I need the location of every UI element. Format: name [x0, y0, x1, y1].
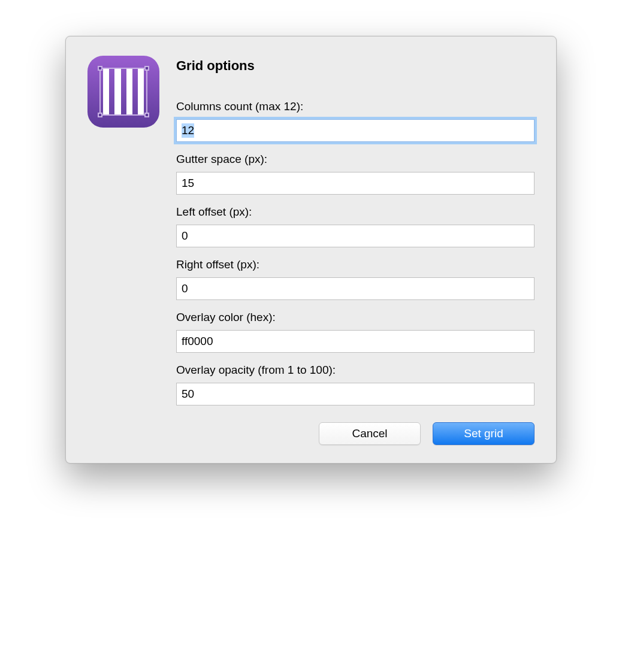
columns-label: Columns count (max 12): — [176, 100, 535, 113]
field-overlay-opacity: Overlay opacity (from 1 to 100): — [176, 364, 535, 405]
right-offset-input[interactable] — [176, 277, 535, 300]
cancel-button[interactable]: Cancel — [319, 422, 421, 445]
app-icon — [87, 56, 159, 128]
overlay-opacity-input[interactable] — [176, 383, 535, 405]
set-grid-button[interactable]: Set grid — [433, 422, 535, 445]
overlay-opacity-label: Overlay opacity (from 1 to 100): — [176, 364, 535, 377]
columns-value: 12 — [182, 123, 194, 138]
left-offset-input[interactable] — [176, 225, 535, 247]
field-right-offset: Right offset (px): — [176, 258, 535, 300]
gutter-label: Gutter space (px): — [176, 153, 535, 166]
grid-columns-icon — [101, 69, 146, 114]
overlay-color-input[interactable] — [176, 330, 535, 353]
dialog-header-row: Grid options Columns count (max 12): 12 … — [87, 56, 535, 445]
dialog-button-row: Cancel Set grid — [176, 422, 535, 445]
gutter-input[interactable] — [176, 172, 535, 195]
grid-options-dialog: Grid options Columns count (max 12): 12 … — [65, 36, 557, 464]
field-overlay-color: Overlay color (hex): — [176, 311, 535, 353]
dialog-content: Grid options Columns count (max 12): 12 … — [176, 56, 535, 445]
columns-input[interactable]: 12 — [176, 119, 535, 142]
dialog-title: Grid options — [176, 58, 535, 74]
overlay-color-label: Overlay color (hex): — [176, 311, 535, 324]
field-left-offset: Left offset (px): — [176, 205, 535, 247]
field-columns: Columns count (max 12): 12 — [176, 100, 535, 142]
right-offset-label: Right offset (px): — [176, 258, 535, 271]
field-gutter: Gutter space (px): — [176, 153, 535, 195]
left-offset-label: Left offset (px): — [176, 205, 535, 219]
